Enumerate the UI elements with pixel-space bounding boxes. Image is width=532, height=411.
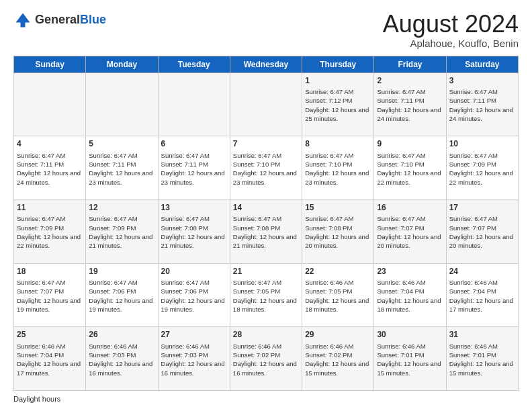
- day-number: 14: [233, 202, 299, 214]
- day-number: 16: [377, 202, 443, 214]
- logo-text: GeneralBlue: [35, 13, 106, 27]
- col-saturday: Saturday: [446, 56, 518, 73]
- day-cell-3-2: 20Sunrise: 6:47 AM Sunset: 7:06 PM Dayli…: [158, 263, 230, 327]
- day-cell-1-0: 4Sunrise: 6:47 AM Sunset: 7:11 PM Daylig…: [14, 136, 86, 200]
- day-cell-4-5: 30Sunrise: 6:46 AM Sunset: 7:01 PM Dayli…: [374, 327, 446, 391]
- calendar-header-row: Sunday Monday Tuesday Wednesday Thursday…: [14, 56, 519, 73]
- day-cell-0-2: [158, 73, 230, 136]
- day-cell-0-1: [86, 73, 158, 136]
- logo-general: General: [35, 13, 80, 26]
- day-info: Sunrise: 6:47 AM Sunset: 7:11 PM Dayligh…: [89, 151, 154, 187]
- day-number: 15: [305, 202, 371, 214]
- day-cell-0-6: 3Sunrise: 6:47 AM Sunset: 7:11 PM Daylig…: [446, 73, 518, 136]
- col-monday: Monday: [86, 56, 158, 73]
- col-thursday: Thursday: [302, 56, 374, 73]
- day-info: Sunrise: 6:46 AM Sunset: 7:04 PM Dayligh…: [449, 278, 515, 314]
- day-number: 23: [377, 266, 443, 277]
- day-cell-2-3: 14Sunrise: 6:47 AM Sunset: 7:08 PM Dayli…: [230, 199, 302, 263]
- day-cell-3-6: 24Sunrise: 6:46 AM Sunset: 7:04 PM Dayli…: [446, 263, 518, 327]
- day-number: 5: [89, 138, 154, 150]
- day-info: Sunrise: 6:47 AM Sunset: 7:10 PM Dayligh…: [305, 151, 371, 187]
- day-cell-2-5: 16Sunrise: 6:47 AM Sunset: 7:07 PM Dayli…: [374, 199, 446, 263]
- day-number: 22: [305, 266, 371, 277]
- day-info: Sunrise: 6:47 AM Sunset: 7:06 PM Dayligh…: [161, 278, 227, 314]
- day-info: Sunrise: 6:47 AM Sunset: 7:11 PM Dayligh…: [377, 87, 443, 123]
- day-number: 3: [449, 75, 515, 87]
- day-info: Sunrise: 6:47 AM Sunset: 7:07 PM Dayligh…: [449, 214, 515, 250]
- day-cell-4-1: 26Sunrise: 6:46 AM Sunset: 7:03 PM Dayli…: [86, 327, 158, 391]
- day-number: 7: [233, 138, 299, 150]
- day-info: Sunrise: 6:47 AM Sunset: 7:11 PM Dayligh…: [449, 87, 515, 123]
- day-cell-3-0: 18Sunrise: 6:47 AM Sunset: 7:07 PM Dayli…: [14, 263, 86, 327]
- day-number: 29: [305, 329, 371, 340]
- page: GeneralBlue August 2024 Aplahoue, Kouffo…: [0, 0, 532, 411]
- day-cell-2-6: 17Sunrise: 6:47 AM Sunset: 7:07 PM Dayli…: [446, 199, 518, 263]
- day-info: Sunrise: 6:47 AM Sunset: 7:07 PM Dayligh…: [17, 278, 83, 314]
- day-cell-1-3: 7Sunrise: 6:47 AM Sunset: 7:10 PM Daylig…: [230, 136, 302, 200]
- day-number: 11: [17, 202, 83, 214]
- day-number: 31: [449, 329, 515, 340]
- day-info: Sunrise: 6:47 AM Sunset: 7:07 PM Dayligh…: [377, 214, 443, 250]
- day-info: Sunrise: 6:47 AM Sunset: 7:06 PM Dayligh…: [89, 278, 154, 314]
- day-info: Sunrise: 6:47 AM Sunset: 7:09 PM Dayligh…: [449, 151, 515, 187]
- day-number: 27: [161, 329, 227, 340]
- day-cell-4-4: 29Sunrise: 6:46 AM Sunset: 7:02 PM Dayli…: [302, 327, 374, 391]
- footer: Daylight hours: [13, 395, 519, 403]
- day-cell-1-2: 6Sunrise: 6:47 AM Sunset: 7:11 PM Daylig…: [158, 136, 230, 200]
- logo: GeneralBlue: [13, 11, 106, 30]
- day-info: Sunrise: 6:47 AM Sunset: 7:08 PM Dayligh…: [305, 214, 371, 250]
- title-section: August 2024 Aplahoue, Kouffo, Benin: [383, 11, 519, 49]
- week-row-4: 18Sunrise: 6:47 AM Sunset: 7:07 PM Dayli…: [14, 263, 519, 327]
- day-number: 10: [449, 138, 515, 150]
- day-info: Sunrise: 6:47 AM Sunset: 7:11 PM Dayligh…: [17, 151, 83, 187]
- day-number: 8: [305, 138, 371, 150]
- day-info: Sunrise: 6:46 AM Sunset: 7:03 PM Dayligh…: [89, 342, 154, 377]
- day-info: Sunrise: 6:46 AM Sunset: 7:01 PM Dayligh…: [449, 342, 515, 377]
- svg-marker-0: [16, 13, 30, 28]
- day-cell-3-5: 23Sunrise: 6:46 AM Sunset: 7:04 PM Dayli…: [374, 263, 446, 327]
- day-number: 24: [449, 266, 515, 277]
- day-number: 19: [89, 266, 154, 277]
- top-section: GeneralBlue August 2024 Aplahoue, Kouffo…: [13, 11, 519, 49]
- day-info: Sunrise: 6:47 AM Sunset: 7:09 PM Dayligh…: [17, 214, 83, 250]
- day-cell-4-6: 31Sunrise: 6:46 AM Sunset: 7:01 PM Dayli…: [446, 327, 518, 391]
- day-number: 26: [89, 329, 154, 340]
- day-cell-1-5: 9Sunrise: 6:47 AM Sunset: 7:10 PM Daylig…: [374, 136, 446, 200]
- day-cell-0-5: 2Sunrise: 6:47 AM Sunset: 7:11 PM Daylig…: [374, 73, 446, 136]
- day-cell-3-3: 21Sunrise: 6:47 AM Sunset: 7:05 PM Dayli…: [230, 263, 302, 327]
- day-number: 9: [377, 138, 443, 150]
- col-friday: Friday: [374, 56, 446, 73]
- day-info: Sunrise: 6:46 AM Sunset: 7:03 PM Dayligh…: [161, 342, 227, 377]
- day-cell-4-3: 28Sunrise: 6:46 AM Sunset: 7:02 PM Dayli…: [230, 327, 302, 391]
- day-number: 20: [161, 266, 227, 277]
- day-cell-2-0: 11Sunrise: 6:47 AM Sunset: 7:09 PM Dayli…: [14, 199, 86, 263]
- day-cell-0-4: 1Sunrise: 6:47 AM Sunset: 7:12 PM Daylig…: [302, 73, 374, 136]
- day-number: 4: [17, 138, 83, 150]
- day-info: Sunrise: 6:46 AM Sunset: 7:02 PM Dayligh…: [233, 342, 299, 377]
- logo-blue: Blue: [80, 13, 106, 26]
- day-cell-0-0: [14, 73, 86, 136]
- col-tuesday: Tuesday: [158, 56, 230, 73]
- week-row-1: 1Sunrise: 6:47 AM Sunset: 7:12 PM Daylig…: [14, 73, 519, 136]
- day-number: 25: [17, 329, 83, 340]
- day-number: 17: [449, 202, 515, 214]
- day-info: Sunrise: 6:46 AM Sunset: 7:02 PM Dayligh…: [305, 342, 371, 377]
- day-number: 28: [233, 329, 299, 340]
- day-cell-2-2: 13Sunrise: 6:47 AM Sunset: 7:08 PM Dayli…: [158, 199, 230, 263]
- logo-icon: [13, 11, 32, 30]
- day-info: Sunrise: 6:47 AM Sunset: 7:12 PM Dayligh…: [305, 87, 371, 123]
- month-year: August 2024: [383, 11, 519, 38]
- col-sunday: Sunday: [14, 56, 86, 73]
- day-cell-1-1: 5Sunrise: 6:47 AM Sunset: 7:11 PM Daylig…: [86, 136, 158, 200]
- day-info: Sunrise: 6:47 AM Sunset: 7:05 PM Dayligh…: [233, 278, 299, 314]
- day-info: Sunrise: 6:47 AM Sunset: 7:08 PM Dayligh…: [161, 214, 227, 250]
- footer-label: Daylight hours: [13, 395, 60, 403]
- day-number: 1: [305, 75, 371, 87]
- day-cell-2-4: 15Sunrise: 6:47 AM Sunset: 7:08 PM Dayli…: [302, 199, 374, 263]
- week-row-5: 25Sunrise: 6:46 AM Sunset: 7:04 PM Dayli…: [14, 327, 519, 391]
- day-number: 18: [17, 266, 83, 277]
- col-wednesday: Wednesday: [230, 56, 302, 73]
- calendar-table: Sunday Monday Tuesday Wednesday Thursday…: [13, 56, 519, 391]
- week-row-3: 11Sunrise: 6:47 AM Sunset: 7:09 PM Dayli…: [14, 199, 519, 263]
- day-cell-0-3: [230, 73, 302, 136]
